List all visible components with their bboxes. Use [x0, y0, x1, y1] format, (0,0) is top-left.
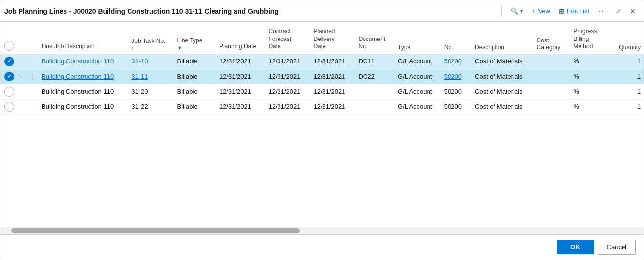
no-link[interactable]: 50200 [444, 58, 462, 65]
cell-document-no: DC11 [355, 54, 395, 69]
row-drag-handle[interactable]: ⋮ [26, 69, 39, 84]
restore-button[interactable]: ⤢ [611, 4, 625, 18]
cell-contract-forecast-date: 12/31/2021 [265, 69, 310, 84]
main-window: Job Planning Lines - J00020 Building Con… [0, 0, 644, 260]
line-job-desc-link[interactable]: Building Construction 110 [42, 73, 114, 80]
scrollbar-thumb[interactable] [11, 228, 300, 233]
row-arrow [17, 54, 26, 69]
window-controls: ⤢ ✕ [611, 4, 640, 18]
col-document-no: DocumentNo. [355, 26, 395, 54]
new-label: New [537, 7, 550, 15]
cell-planning-date: 12/31/2021 [216, 69, 266, 84]
cell-planning-date: 12/31/2021 [216, 84, 266, 99]
cell-description: Cost of Materials [472, 69, 534, 84]
window-title: Job Planning Lines - J00020 Building Con… [4, 7, 496, 15]
col-job-task-no-label: Job Task No. ↑ [131, 38, 171, 51]
filter-icon[interactable]: ▼ [177, 45, 214, 51]
cell-planning-date: 12/31/2021 [216, 99, 266, 114]
job-task-no-link[interactable]: 31-11 [131, 73, 148, 80]
more-button[interactable]: ··· [594, 5, 607, 17]
cell-line-job-desc[interactable]: Building Construction 110 [39, 69, 129, 84]
cell-cost-category [534, 54, 571, 69]
col-line-type-label: Line Type ▼ [177, 37, 214, 51]
job-task-no-link[interactable]: 31-10 [131, 58, 148, 65]
edit-list-button[interactable]: ⊞ Edit List [555, 5, 593, 17]
row-selector-checkbox[interactable] [4, 102, 14, 112]
ok-button[interactable]: OK [557, 240, 594, 254]
cell-type: G/L Account [395, 84, 441, 99]
close-icon: ✕ [630, 7, 636, 15]
table-body: Building Construction 11031-10Billable12… [0, 54, 644, 114]
col-description-label: Description [475, 44, 531, 51]
titlebar: Job Planning Lines - J00020 Building Con… [0, 0, 644, 22]
table-row[interactable]: →⋮Building Construction 11031-11Billable… [0, 69, 644, 84]
cell-quantity: 1 [607, 54, 644, 69]
no-link[interactable]: 50200 [444, 73, 462, 80]
row-selector-cell [0, 84, 17, 99]
table-row[interactable]: Building Construction 11031-22Billable12… [0, 99, 644, 114]
row-drag-handle [26, 84, 39, 99]
table-wrapper[interactable]: Line Job Description Job Task No. ↑ Line… [0, 22, 644, 227]
cell-line-type: Billable [174, 69, 216, 84]
table-row[interactable]: Building Construction 11031-20Billable12… [0, 84, 644, 99]
cell-line-type: Billable [174, 99, 216, 114]
cell-no: 50200 [441, 84, 472, 99]
col-planned-delivery-date: PlannedDeliveryDate [310, 26, 355, 54]
cell-planned-delivery-date: 12/31/2021 [310, 69, 355, 84]
close-button[interactable]: ✕ [626, 4, 640, 18]
col-line-job-desc-label: Line Job Description [42, 43, 126, 51]
edit-list-icon: ⊞ [559, 7, 565, 15]
col-no-label: No. [444, 44, 469, 51]
row-arrow: → [17, 69, 26, 84]
footer: OK Cancel [0, 234, 644, 260]
col-job-task-no: Job Task No. ↑ [129, 26, 174, 54]
horizontal-scrollbar[interactable] [0, 227, 644, 234]
cell-job-task-no[interactable]: 31-11 [129, 69, 174, 84]
cell-no[interactable]: 50200 [441, 54, 472, 69]
cell-document-no [355, 84, 395, 99]
drag-icon[interactable]: ⋮ [29, 73, 36, 80]
cell-job-task-no: 31-20 [129, 84, 174, 99]
titlebar-separator [501, 6, 502, 17]
row-selector-checkbox[interactable] [4, 57, 14, 66]
row-arrow [17, 84, 26, 99]
cell-planned-delivery-date: 12/31/2021 [310, 99, 355, 114]
cell-progress-billing-method: % [570, 54, 607, 69]
sort-icon[interactable]: ↑ [131, 45, 171, 51]
col-contract-forecast-date: ContractForecastDate [265, 26, 310, 54]
col-planned-delivery-date-label: PlannedDeliveryDate [313, 28, 352, 51]
col-arrow [17, 26, 26, 54]
cancel-button[interactable]: Cancel [598, 240, 636, 255]
row-drag-handle [26, 99, 39, 114]
cell-progress-billing-method: % [570, 84, 607, 99]
cell-contract-forecast-date: 12/31/2021 [265, 99, 310, 114]
cell-planned-delivery-date: 12/31/2021 [310, 54, 355, 69]
table-row[interactable]: Building Construction 11031-10Billable12… [0, 54, 644, 69]
col-quantity: Quantity [607, 26, 644, 54]
cell-cost-category [534, 99, 571, 114]
search-chevron-icon: ▾ [520, 8, 523, 14]
col-description: Description [472, 26, 534, 54]
col-planning-date: Planning Date [216, 26, 266, 54]
cell-line-job-desc[interactable]: Building Construction 110 [39, 54, 129, 69]
cell-quantity: 1 [607, 99, 644, 114]
cell-quantity: 1 [607, 84, 644, 99]
header-selector[interactable] [4, 41, 14, 51]
col-line-type: Line Type ▼ [174, 26, 216, 54]
restore-icon: ⤢ [616, 8, 621, 15]
col-planning-date-label: Planning Date [219, 43, 263, 51]
more-icon: ··· [598, 7, 603, 15]
col-progress-billing-method-label: ProgressBillingMethod [573, 28, 604, 51]
cell-no[interactable]: 50200 [441, 69, 472, 84]
row-selector-cell [0, 54, 17, 69]
row-selector-checkbox[interactable] [4, 72, 14, 81]
planning-lines-table: Line Job Description Job Task No. ↑ Line… [0, 26, 644, 115]
row-selector-cell [0, 69, 17, 84]
col-progress-billing-method: ProgressBillingMethod [570, 26, 607, 54]
cell-job-task-no[interactable]: 31-10 [129, 54, 174, 69]
row-selector-checkbox[interactable] [4, 87, 14, 97]
new-button[interactable]: + New [528, 5, 554, 17]
line-job-desc-link[interactable]: Building Construction 110 [42, 58, 114, 65]
cell-description: Cost of Materials [472, 99, 534, 114]
search-button[interactable]: 🔍 ▾ [507, 5, 527, 17]
